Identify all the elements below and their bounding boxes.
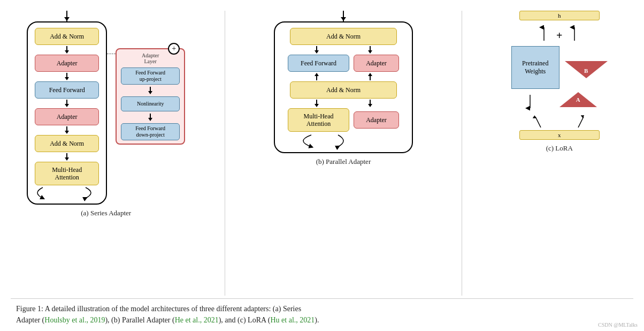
arrow-from-x-right: [570, 114, 586, 130]
b-arrow2: [368, 46, 372, 54]
box-add-norm-top: Add & Norm: [35, 28, 99, 45]
caption-line2-start: Adapter (: [16, 316, 44, 324]
arr-up1: [315, 73, 319, 80]
lora-pw-b-row: Pretrained Weights B: [511, 46, 608, 89]
lora-down-arrows: A: [522, 92, 597, 111]
lora-b-label: B: [584, 67, 588, 74]
pretrained-weights-box: Pretrained Weights: [511, 46, 559, 89]
caption-ref2: He et al., 2021: [175, 316, 219, 324]
arrow1: [65, 46, 69, 54]
ff-up-box: Feed Forwardup-project: [121, 67, 180, 85]
divider-1: [225, 11, 225, 296]
arrow4: [65, 126, 69, 134]
caption-ref1: Houlsby et al., 2019: [44, 316, 105, 324]
lora-merge-row: +: [536, 25, 582, 46]
box-adapter-mid: Adapter: [35, 108, 99, 125]
box-add-norm-mid: Add & Norm: [35, 135, 99, 152]
caption-line2-end: ).: [315, 316, 319, 324]
box-add-norm-b-mid: Add & Norm: [290, 81, 397, 99]
b-self-loops: [290, 135, 397, 147]
svg-line-4: [578, 117, 584, 127]
watermark: CSDN @MLTalks: [598, 322, 638, 328]
section-b: Add & Norm Feed Forward Adapter: [269, 11, 418, 166]
main-container: Add & Norm Adapter Feed Forward Adapter …: [0, 0, 644, 331]
detail-arrow1: [148, 87, 152, 94]
parallel-mha-row: Multi-HeadAttention Adapter: [288, 108, 399, 132]
ff-down-box: Feed Forwarddown-project: [121, 123, 180, 140]
arrow3: [65, 100, 69, 107]
lora-a-area: A: [559, 92, 597, 111]
caption-line2-mid2: ), and (c) LoRA (: [219, 316, 271, 324]
series-stack: Add & Norm Adapter Feed Forward Adapter …: [27, 21, 107, 205]
caption-ref3: Hu et al., 2021: [271, 316, 315, 324]
pretrained-label: Pretrained Weights: [512, 59, 559, 76]
lora-arrow-left: [536, 25, 552, 46]
b-arrow1: [315, 46, 319, 54]
detail-arrow2: [148, 114, 152, 121]
caption-line2-mid: ), (b) Parallel Adapter (: [105, 316, 174, 324]
lora-x-label: x: [558, 132, 561, 138]
arrow5: [65, 153, 69, 161]
split-arrows-2: [290, 100, 397, 107]
box-adapter-top: Adapter: [35, 55, 99, 72]
curved-arrows-svg: [32, 187, 102, 199]
b-arrow3: [315, 100, 319, 107]
caption-a: (a) Series Adapter: [81, 209, 131, 217]
box-multi-head: Multi-HeadAttention: [35, 162, 99, 185]
arrow-to-pretrained: [522, 92, 538, 111]
arrow-from-x-left: [533, 114, 549, 130]
diagrams-row: Add & Norm Adapter Feed Forward Adapter …: [11, 5, 633, 296]
box-add-norm-b-top: Add & Norm: [290, 28, 397, 45]
arrow2: [65, 73, 69, 80]
dotted-line: [107, 54, 116, 54]
box-feed-forward: Feed Forward: [35, 81, 99, 99]
lora-diagram: h +: [511, 11, 608, 140]
caption-prefix: Figure 1: A detailed illustration of the…: [16, 305, 301, 313]
divider-2: [462, 11, 462, 296]
box-feed-forward-b: Feed Forward: [288, 55, 349, 72]
box-adapter-b-top: Adapter: [354, 55, 399, 72]
nonlin-box: Nonlinearity: [121, 96, 180, 111]
plus-circle: +: [168, 43, 180, 55]
lora-x-arrows: [533, 114, 586, 130]
bottom-arrows: [32, 187, 102, 198]
lora-bar-top: h: [519, 11, 600, 20]
detail-area: AdapterLayer + Feed Forwardup-project No…: [107, 37, 185, 145]
caption-line2: Adapter (Houlsby et al., 2019), (b) Para…: [16, 316, 319, 324]
section-c: h +: [506, 11, 613, 153]
box-adapter-b-bot: Adapter: [354, 111, 399, 129]
lora-bar-bottom: x: [519, 130, 600, 140]
section-a: Add & Norm Adapter Feed Forward Adapter …: [31, 11, 181, 217]
lora-a-label: A: [576, 96, 580, 103]
b-arrow4: [368, 100, 372, 107]
parallel-outer: Add & Norm Feed Forward Adapter: [274, 21, 413, 153]
series-wrapper: Add & Norm Adapter Feed Forward Adapter …: [27, 11, 185, 205]
parallel-ff-row: Feed Forward Adapter: [288, 55, 399, 72]
svg-line-3: [535, 117, 541, 127]
box-mha-b: Multi-HeadAttention: [288, 108, 349, 132]
lora-h-label: h: [558, 12, 561, 19]
lora-arrow-right: [566, 25, 582, 46]
adapter-label: AdapterLayer: [142, 52, 159, 64]
caption-c: (c) LoRA: [546, 144, 573, 153]
series-stack-outer: Add & Norm Adapter Feed Forward Adapter …: [27, 11, 107, 205]
merge-arrows-1: [290, 73, 397, 80]
adapter-detail: AdapterLayer + Feed Forwardup-project No…: [116, 48, 185, 145]
lora-b-area: B: [565, 61, 608, 74]
caption-b: (b) Parallel Adapter: [316, 157, 371, 166]
lora-plus: +: [556, 29, 562, 42]
arr-up2: [368, 73, 372, 80]
b-loops-svg: [290, 135, 397, 147]
split-arrows: [290, 46, 397, 54]
figure-caption: Figure 1: A detailed illustration of the…: [11, 298, 633, 326]
